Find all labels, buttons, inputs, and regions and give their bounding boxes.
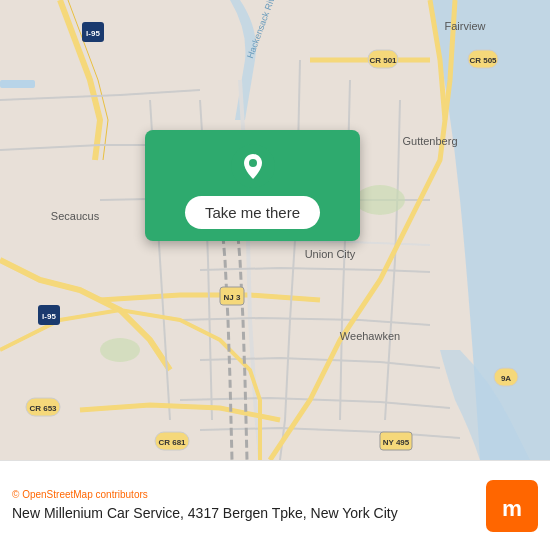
moovit-logo: m <box>486 480 538 532</box>
cr681-label: CR 681 <box>158 438 186 447</box>
weehawken-label: Weehawken <box>340 330 400 342</box>
ny9a-label: 9A <box>501 374 511 383</box>
guttenberg-label: Guttenberg <box>402 135 457 147</box>
map-container: I-95 I-95 CR 501 CR 505 NJ 3 CR 653 CR 6… <box>0 0 550 460</box>
location-pin-icon <box>231 144 275 188</box>
bottom-bar: © OpenStreetMap contributors New Milleni… <box>0 460 550 550</box>
ny495-label: NY 495 <box>383 438 410 447</box>
svg-point-1 <box>355 185 405 215</box>
place-name-text: New Millenium Car Service, 4317 Bergen T… <box>12 504 486 522</box>
bottom-info: © OpenStreetMap contributors New Milleni… <box>12 489 486 522</box>
i95-label-top: I-95 <box>86 29 100 38</box>
fairview-label: Fairview <box>445 20 486 32</box>
i95-label-bottom: I-95 <box>42 312 56 321</box>
cr505-label: CR 505 <box>469 56 497 65</box>
svg-text:m: m <box>502 496 522 521</box>
take-me-there-button[interactable]: Take me there <box>185 196 320 229</box>
attribution-text: © OpenStreetMap contributors <box>12 489 486 500</box>
svg-point-2 <box>100 338 140 362</box>
cr653-label: CR 653 <box>29 404 57 413</box>
svg-point-14 <box>249 159 257 167</box>
union-city-label: Union City <box>305 248 356 260</box>
popup-card: Take me there <box>145 130 360 241</box>
secaucus-label: Secaucus <box>51 210 100 222</box>
svg-rect-0 <box>0 80 35 88</box>
moovit-logo-svg: m <box>486 480 538 532</box>
nj3-label: NJ 3 <box>224 293 241 302</box>
cr501-label: CR 501 <box>369 56 397 65</box>
